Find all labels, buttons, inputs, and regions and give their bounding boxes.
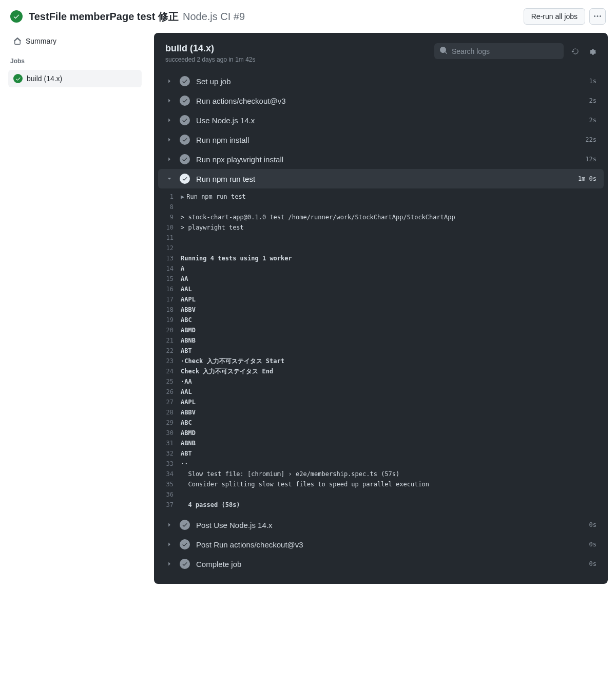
log-line-number: 35 — [158, 479, 181, 489]
log-line: 21ABNB — [158, 335, 604, 346]
title-main: TestFile memberPage test 修正 — [29, 10, 179, 24]
step-toggle-row[interactable]: Post Run actions/checkout@v30s — [158, 535, 604, 554]
log-line-text: Slow test file: [chromium] › e2e/members… — [181, 469, 399, 479]
refresh-icon[interactable] — [571, 47, 580, 56]
step-name: Use Node.js 14.x — [196, 116, 583, 125]
sidebar-job-label: build (14.x) — [27, 74, 62, 83]
step-toggle-row[interactable]: Use Node.js 14.x2s — [158, 110, 604, 130]
logs-panel: build (14.x) succeeded 2 days ago in 1m … — [154, 33, 608, 584]
step-item: Set up job1s — [158, 71, 604, 91]
sidebar: Summary Jobs build (14.x) — [8, 33, 142, 584]
log-line-text: ABT — [181, 346, 192, 356]
job-title: build (14.x) — [165, 43, 256, 54]
log-line: 28ABBV — [158, 407, 604, 418]
log-output: 1▶Run npm run test89> stock-chart-app@0.… — [158, 188, 604, 515]
log-line-text: ABNB — [181, 335, 196, 346]
sidebar-item-summary[interactable]: Summary — [8, 33, 142, 49]
log-line: 23·Check 入力不可ステイタス Start — [158, 356, 604, 366]
step-item: Run npm run test1m 0s1▶Run npm run test8… — [158, 169, 604, 515]
sidebar-jobs-heading: Jobs — [8, 49, 142, 70]
log-line-text: > stock-chart-app@0.1.0 test /home/runne… — [181, 212, 455, 222]
status-success-icon — [10, 10, 23, 23]
log-line-number: 15 — [158, 274, 181, 284]
step-item: Complete job0s — [158, 554, 604, 574]
log-line-text: ·Check 入力不可ステイタス Start — [181, 356, 284, 366]
step-item: Run actions/checkout@v32s — [158, 91, 604, 110]
log-line: 32ABT — [158, 448, 604, 459]
log-line: 34 Slow test file: [chromium] › e2e/memb… — [158, 469, 604, 479]
log-line[interactable]: 1▶Run npm run test — [158, 192, 604, 202]
log-line: 33·· — [158, 459, 604, 469]
log-line: 27AAPL — [158, 397, 604, 407]
log-line: 18ABBV — [158, 305, 604, 315]
chevron-right-icon — [165, 97, 174, 105]
log-line-number: 29 — [158, 418, 181, 428]
log-line-text: ABMD — [181, 325, 196, 335]
log-line-text: ABBV — [181, 305, 196, 315]
log-line-number: 10 — [158, 222, 181, 233]
log-line: 24Check 入力不可ステイタス End — [158, 366, 604, 376]
log-line-text: 4 passed (58s) — [181, 500, 240, 510]
more-options-button[interactable] — [589, 8, 606, 25]
chevron-right-icon — [165, 116, 174, 124]
log-line-number: 30 — [158, 428, 181, 438]
step-toggle-row[interactable]: Run npm run test1m 0s — [158, 169, 604, 188]
step-toggle-row[interactable]: Run actions/checkout@v32s — [158, 91, 604, 110]
step-toggle-row[interactable]: Run npm install22s — [158, 130, 604, 149]
step-success-icon — [180, 76, 190, 86]
log-line-number: 16 — [158, 284, 181, 294]
step-duration: 2s — [589, 117, 596, 124]
log-line-number: 25 — [158, 376, 181, 387]
chevron-right-icon — [165, 521, 174, 529]
chevron-right-icon — [165, 560, 174, 568]
log-line-text: > playwright test — [181, 222, 244, 233]
step-toggle-row[interactable]: Complete job0s — [158, 554, 604, 574]
step-success-icon — [180, 154, 190, 164]
sidebar-item-job-build[interactable]: build (14.x) — [8, 70, 142, 87]
step-duration: 22s — [585, 136, 596, 143]
log-line-text: AAL — [181, 387, 192, 397]
log-line-text: ▶Run npm run test — [181, 192, 246, 202]
log-line-text: ABMD — [181, 428, 196, 438]
step-item: Use Node.js 14.x2s — [158, 110, 604, 130]
step-success-icon — [180, 135, 190, 145]
step-item: Post Run actions/checkout@v30s — [158, 535, 604, 554]
step-duration: 1m 0s — [578, 175, 596, 182]
log-line-number: 14 — [158, 263, 181, 274]
log-line-text: ABBV — [181, 407, 196, 418]
sidebar-summary-label: Summary — [26, 37, 56, 45]
step-name: Run npm run test — [196, 175, 572, 183]
log-line-number: 27 — [158, 397, 181, 407]
log-line: 15AA — [158, 274, 604, 284]
chevron-down-icon — [165, 175, 174, 183]
log-line-text: A — [181, 263, 184, 274]
log-line: 20ABMD — [158, 325, 604, 335]
log-line-number: 17 — [158, 294, 181, 305]
step-name: Complete job — [196, 560, 583, 569]
log-line-text: Consider splitting slow test files to sp… — [181, 479, 429, 489]
search-logs-wrap[interactable] — [434, 43, 564, 59]
step-success-icon — [180, 559, 190, 569]
step-name: Post Run actions/checkout@v3 — [196, 540, 583, 549]
log-line: 31ABNB — [158, 438, 604, 448]
log-line-text: AA — [181, 274, 188, 284]
step-toggle-row[interactable]: Post Use Node.js 14.x0s — [158, 515, 604, 535]
log-line-text: AAL — [181, 284, 192, 294]
log-line-number: 33 — [158, 459, 181, 469]
search-logs-input[interactable] — [452, 47, 559, 55]
log-line-text: ·AA — [181, 376, 192, 387]
step-name: Run actions/checkout@v3 — [196, 97, 583, 105]
log-line-number: 11 — [158, 233, 181, 243]
step-success-icon — [180, 520, 190, 530]
step-toggle-row[interactable]: Set up job1s — [158, 71, 604, 91]
rerun-all-jobs-button[interactable]: Re-run all jobs — [524, 8, 585, 25]
step-toggle-row[interactable]: Run npx playwright install12s — [158, 149, 604, 169]
log-line: 14A — [158, 263, 604, 274]
log-line: 22ABT — [158, 346, 604, 356]
log-line-text: ABC — [181, 315, 192, 325]
log-line-number: 37 — [158, 500, 181, 510]
log-line-number: 34 — [158, 469, 181, 479]
log-line: 25·AA — [158, 376, 604, 387]
step-duration: 12s — [585, 156, 596, 163]
gear-icon[interactable] — [587, 47, 596, 56]
